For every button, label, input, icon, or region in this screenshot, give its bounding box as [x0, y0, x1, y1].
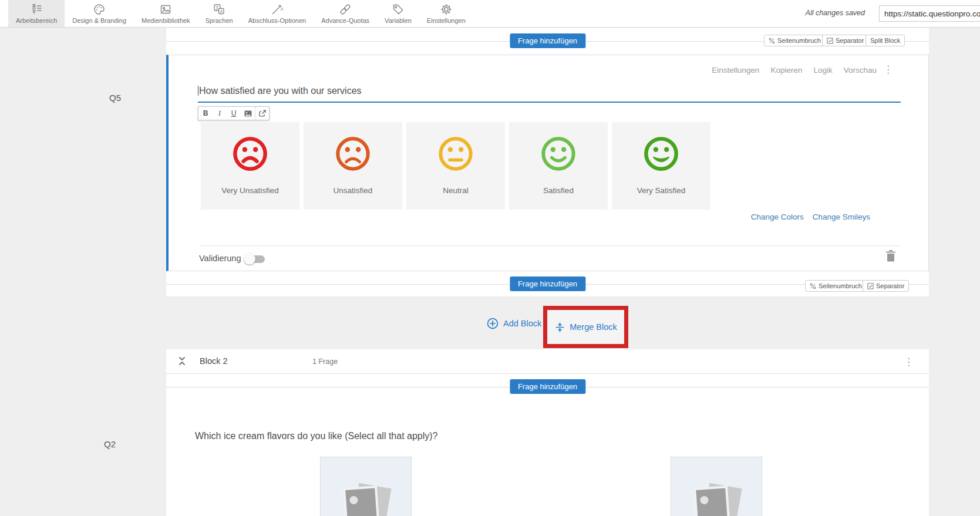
add-question-button[interactable]: Frage hinzufügen	[510, 33, 585, 48]
card-divider	[200, 245, 899, 246]
add-question-row-top: Frage hinzufügen Seitenumbruch Separator…	[166, 28, 929, 53]
checkbox-checked-icon	[827, 38, 833, 44]
smiley-option-unsatisfied[interactable]: Unsatisfied	[304, 122, 402, 210]
question-menu: Einstellungen Kopieren Logik Vorschau	[712, 66, 877, 75]
add-block-button[interactable]: Add Block	[487, 318, 541, 329]
tab-label: Einstellungen	[427, 17, 466, 24]
neutral-smiley-icon	[436, 134, 475, 173]
survey-editor: Arbeitsbereich Design & Branding	[0, 0, 980, 516]
tab-design-branding[interactable]: Design & Branding	[65, 0, 134, 27]
separator-button[interactable]: Separator	[863, 280, 909, 292]
url-input[interactable]	[879, 5, 980, 22]
workspace-icon	[29, 2, 43, 16]
smiley-option-satisfied[interactable]: Satisfied	[509, 122, 608, 210]
smiley-option-very-unsatisfied[interactable]: Very Unsatisfied	[201, 122, 299, 210]
add-question-button[interactable]: Frage hinzufügen	[510, 379, 585, 394]
merge-block-label: Merge Block	[570, 322, 617, 332]
split-block-label: Split Block	[870, 37, 900, 44]
top-toolbar: Arbeitsbereich Design & Branding	[0, 0, 980, 28]
block-kebab-menu-icon[interactable]: ⋮	[904, 356, 914, 368]
merge-icon	[554, 322, 565, 333]
question-preview-link[interactable]: Vorschau	[844, 66, 877, 75]
page-break-button[interactable]: Seitenumbruch	[764, 35, 826, 46]
format-toolbar: B I U	[198, 106, 270, 120]
tab-label: Arbeitsbereich	[16, 17, 57, 24]
tab-einstellungen[interactable]: Einstellungen	[419, 0, 473, 27]
separator-button[interactable]: Separator	[822, 35, 868, 46]
smiley-option-neutral[interactable]: Neutral	[406, 122, 505, 210]
question-title-q2: Which ice cream flavors do you like (Sel…	[195, 431, 438, 441]
open-external-button[interactable]	[255, 107, 269, 120]
save-status: All changes saved	[806, 9, 865, 17]
satisfied-smiley-icon	[539, 134, 578, 173]
merge-block-highlight-box: Merge Block	[543, 306, 628, 348]
media-library-icon	[159, 2, 173, 16]
merge-block-button[interactable]: Merge Block	[554, 322, 617, 333]
page-break-button[interactable]: Seitenumbruch	[805, 280, 867, 292]
italic-button[interactable]: I	[213, 107, 227, 120]
question-logic-link[interactable]: Logik	[813, 66, 832, 75]
page-break-icon	[769, 38, 775, 44]
tab-arbeitsbereich[interactable]: Arbeitsbereich	[8, 0, 65, 27]
very-satisfied-smiley-icon	[642, 134, 681, 173]
svg-text:文: 文	[215, 5, 220, 11]
block-name: Block 2	[200, 356, 228, 366]
circle-plus-icon	[487, 318, 499, 329]
add-question-row-bottom: Frage hinzufügen Seitenumbruch Separator	[166, 271, 929, 296]
smiley-label: Very Satisfied	[637, 186, 686, 195]
tab-advance-quotas[interactable]: Advance-Quotas	[314, 0, 377, 27]
tab-label: Medienbibliothek	[142, 17, 190, 24]
insert-image-button[interactable]	[241, 107, 255, 120]
smiley-label: Neutral	[443, 186, 469, 195]
smiley-option-very-satisfied[interactable]: Very Satisfied	[612, 122, 710, 210]
question-title-text: How satisfied are you with our services	[199, 86, 362, 96]
separator-label: Separator	[876, 282, 904, 289]
tab-label: Design & Branding	[72, 17, 126, 24]
palette-icon	[92, 2, 106, 16]
trash-icon	[885, 249, 897, 262]
change-colors-link[interactable]: Change Colors	[751, 213, 804, 221]
image-placeholder-2[interactable]	[671, 457, 762, 516]
collapse-block-button[interactable]	[177, 356, 187, 367]
split-block-button[interactable]: Split Block	[866, 35, 905, 46]
change-smileys-link[interactable]: Change Smileys	[813, 213, 870, 221]
page-break-label: Seitenumbruch	[819, 282, 862, 289]
question-code-q2: Q2	[104, 439, 116, 449]
delete-question-button[interactable]	[885, 249, 897, 262]
tab-label: Sprachen	[206, 17, 233, 24]
validation-label: Validierung	[199, 254, 241, 263]
tab-medienbibliothek[interactable]: Medienbibliothek	[134, 0, 198, 27]
svg-text:A: A	[220, 9, 223, 14]
question-kebab-menu-icon[interactable]: ⋮	[883, 65, 893, 75]
smiley-label: Satisfied	[543, 186, 574, 195]
block-question-count: 1 Frage	[312, 358, 338, 366]
question-settings-link[interactable]: Einstellungen	[712, 66, 759, 75]
bold-button[interactable]: B	[198, 107, 213, 120]
tab-label: Variablen	[385, 17, 412, 24]
block-1: Frage hinzufügen Seitenumbruch Separator…	[166, 28, 929, 296]
underline-button[interactable]: U	[227, 107, 241, 120]
external-link-icon	[259, 110, 266, 117]
gear-icon	[439, 2, 453, 16]
photo-placeholder-icon	[339, 477, 393, 516]
magic-wand-icon	[270, 2, 284, 16]
tab-variablen[interactable]: Variablen	[377, 0, 419, 27]
question-card-q5: Einstellungen Kopieren Logik Vorschau ⋮ …	[166, 55, 929, 271]
add-question-row-block2: Frage hinzufügen	[166, 374, 929, 400]
add-question-button[interactable]: Frage hinzufügen	[510, 276, 585, 291]
tab-sprachen[interactable]: 文 A Sprachen	[198, 0, 241, 27]
text-caret	[198, 86, 198, 96]
question-title-input[interactable]: How satisfied are you with our services	[198, 86, 901, 103]
tab-abschluss-optionen[interactable]: Abschluss-Optionen	[241, 0, 314, 27]
chain-link-icon	[338, 2, 352, 16]
tag-icon	[391, 2, 405, 16]
smiley-scale: Very Unsatisfied Unsatisfied	[201, 122, 710, 210]
unsatisfied-smiley-icon	[334, 134, 372, 173]
add-block-label: Add Block	[503, 319, 541, 328]
validation-toggle[interactable]	[245, 255, 265, 263]
image-placeholder-1[interactable]	[320, 457, 412, 516]
question-code-q5: Q5	[109, 93, 121, 103]
page-break-icon	[810, 283, 816, 289]
block-2-header: Block 2 1 Frage ⋮	[166, 349, 929, 374]
question-copy-link[interactable]: Kopieren	[770, 66, 802, 75]
